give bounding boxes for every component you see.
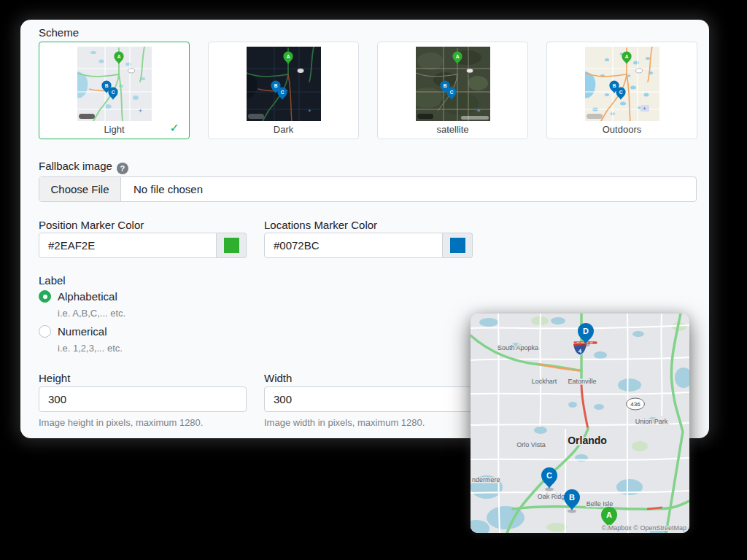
radio-alphabetical-control[interactable]	[39, 290, 51, 303]
map-label-orlando: Orlando	[568, 435, 607, 446]
locations-marker-color-label: Locations Marker Color	[264, 219, 377, 231]
map-label-belle-isle: Belle Isle	[587, 500, 614, 508]
fallback-image-file-input[interactable]: Choose File No file chosen	[39, 176, 697, 202]
scheme-label-dark: Dark	[209, 124, 358, 135]
scheme-options: ✈ A B C	[39, 42, 697, 139]
locations-marker-color-group	[264, 233, 473, 258]
svg-text:D: D	[583, 327, 589, 335]
map-label-union-park: Union Park	[635, 418, 668, 425]
svg-text:A: A	[624, 54, 628, 59]
route-436-shield: 436	[627, 398, 645, 410]
map-label-orlo-vista: Orlo Vista	[516, 441, 545, 448]
help-icon[interactable]: ?	[117, 163, 128, 174]
radio-alphabetical-label: Alphabetical	[58, 290, 117, 303]
radio-numerical-control[interactable]	[39, 325, 51, 338]
width-input[interactable]	[264, 386, 473, 412]
radio-numerical[interactable]: Numerical	[39, 325, 107, 338]
svg-text:436: 436	[630, 401, 640, 408]
radio-numerical-hint: i.e. 1,2,3,... etc.	[58, 343, 123, 354]
scheme-label-satellite: satellite	[378, 124, 527, 135]
scheme-thumbnail-dark: ✈ A B C	[247, 47, 321, 121]
scheme-thumbnail-light: ✈ A B C	[77, 47, 152, 121]
map-label-oak-ridge: Oak Ridge	[538, 493, 569, 500]
radio-alphabetical[interactable]: Alphabetical	[39, 290, 117, 303]
map-preview: South Apopka Lockhart Eatonville Union P…	[471, 314, 689, 533]
map-label-eatonville: Eatonville	[568, 378, 596, 385]
map-label-lockhart: Lockhart	[532, 378, 557, 385]
height-input[interactable]	[39, 386, 247, 412]
svg-text:C: C	[280, 90, 284, 95]
scheme-thumbnail-satellite: ✈ A B C	[416, 47, 490, 121]
svg-text:A: A	[455, 54, 459, 59]
svg-text:A: A	[286, 54, 290, 59]
locations-marker-color-input[interactable]	[264, 233, 443, 258]
svg-text:C: C	[111, 90, 115, 95]
svg-text:B: B	[274, 83, 277, 88]
scheme-label-outdoors: Outdoors	[547, 124, 697, 135]
scheme-heading: Scheme	[39, 26, 79, 39]
svg-text:B: B	[443, 83, 446, 88]
locations-marker-swatch-button[interactable]	[443, 233, 473, 258]
svg-text:A: A	[117, 54, 120, 59]
svg-text:B: B	[612, 83, 616, 88]
svg-text:✈: ✈	[643, 106, 646, 111]
map-label-windermere: ndermere	[472, 476, 500, 483]
scheme-label-light: Light	[39, 124, 189, 135]
scheme-option-outdoors[interactable]: ✈ A B C	[546, 42, 697, 139]
file-status-text: No file chosen	[121, 177, 696, 201]
svg-text:A: A	[606, 510, 612, 519]
map-attribution: © Mapbox © OpenStreetMap	[602, 524, 686, 532]
position-marker-swatch-button[interactable]	[217, 233, 247, 258]
svg-text:C: C	[619, 90, 622, 95]
svg-text:4: 4	[578, 348, 582, 354]
map-label-south-apopka: South Apopka	[498, 344, 538, 351]
svg-text:✈: ✈	[477, 109, 481, 113]
svg-text:B: B	[104, 83, 108, 88]
position-marker-color-input[interactable]	[39, 233, 217, 258]
scheme-option-dark[interactable]: ✈ A B C	[208, 42, 359, 139]
svg-text:✈: ✈	[139, 109, 142, 113]
svg-text:✈: ✈	[308, 109, 311, 113]
height-hint: Image height in pixels, maximum 1280.	[39, 417, 203, 428]
scheme-thumbnail-outdoors: ✈ A B C	[585, 47, 659, 121]
scheme-option-light[interactable]: ✈ A B C	[39, 42, 190, 139]
position-marker-color-label: Position Marker Color	[39, 219, 144, 231]
height-label: Height	[39, 372, 70, 384]
label-heading: Label	[39, 274, 66, 287]
svg-text:C: C	[449, 90, 453, 95]
width-label: Width	[264, 372, 292, 384]
position-marker-color-group	[39, 233, 247, 258]
radio-numerical-label: Numerical	[58, 325, 107, 338]
screen: Scheme	[0, 0, 747, 560]
width-hint: Image width in pixels, maximum 1280.	[264, 417, 425, 428]
choose-file-button[interactable]: Choose File	[39, 177, 121, 201]
scheme-option-satellite[interactable]: ✈ A B C	[377, 42, 528, 139]
map-preview-image: South Apopka Lockhart Eatonville Union P…	[471, 314, 689, 533]
locations-marker-swatch	[450, 238, 465, 253]
svg-text:B: B	[569, 493, 575, 502]
position-marker-swatch	[224, 238, 239, 253]
svg-text:C: C	[546, 471, 552, 480]
fallback-image-label: Fallback image?	[39, 160, 128, 174]
check-icon: ✓	[170, 121, 179, 135]
radio-alphabetical-hint: i.e. A,B,C,... etc.	[58, 308, 125, 319]
